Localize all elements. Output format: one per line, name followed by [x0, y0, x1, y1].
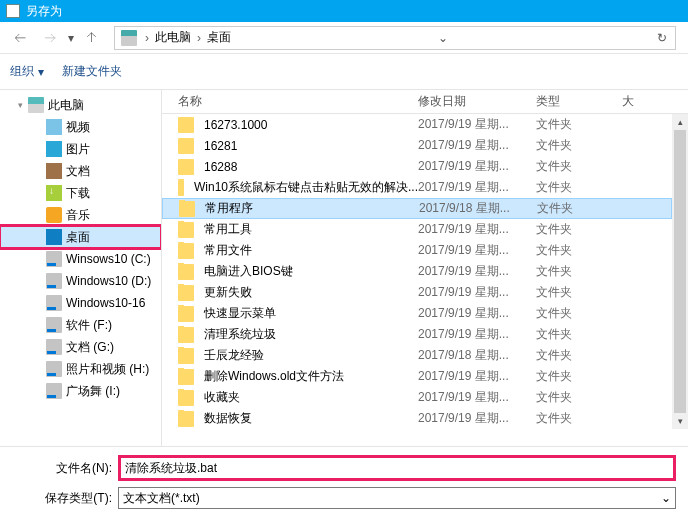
folder-icon [178, 243, 194, 259]
file-type: 文件夹 [536, 158, 616, 175]
sidebar-item-drive-10[interactable]: 软件 (F:) [0, 314, 161, 336]
scroll-down-icon[interactable]: ▾ [672, 413, 688, 429]
file-type: 文件夹 [536, 242, 616, 259]
table-row[interactable]: 常用工具2017/9/19 星期...文件夹 [162, 219, 672, 240]
folder-icon [178, 327, 194, 343]
folder-icon [178, 117, 194, 133]
up-button[interactable]: 🡡 [80, 26, 104, 50]
table-row[interactable]: 更新失败2017/9/19 星期...文件夹 [162, 282, 672, 303]
chevron-right-icon[interactable]: › [143, 31, 151, 45]
file-date: 2017/9/19 星期... [418, 242, 536, 259]
table-row[interactable]: 电脑进入BIOS键2017/9/19 星期...文件夹 [162, 261, 672, 282]
savetype-select[interactable]: 文本文档(*.txt) ⌄ [118, 487, 676, 509]
file-date: 2017/9/19 星期... [418, 305, 536, 322]
drive-icon [46, 383, 62, 399]
breadcrumb-desktop[interactable]: 桌面 [203, 27, 235, 49]
sidebar-item-pic-2[interactable]: 图片 [0, 138, 161, 160]
sidebar-item-doc-3[interactable]: 文档 [0, 160, 161, 182]
folder-icon [178, 222, 194, 238]
table-row[interactable]: 清理系统垃圾2017/9/19 星期...文件夹 [162, 324, 672, 345]
filename-input[interactable] [118, 455, 676, 481]
folder-icon [178, 180, 184, 196]
sidebar-item-video-1[interactable]: 视频 [0, 116, 161, 138]
file-date: 2017/9/19 星期... [418, 116, 536, 133]
header-date[interactable]: 修改日期 [418, 93, 536, 110]
breadcrumb-dropdown[interactable]: ⌄ [432, 31, 454, 45]
header-name[interactable]: 名称 [162, 93, 418, 110]
folder-icon [178, 285, 194, 301]
sidebar-item-label: 音乐 [66, 207, 90, 224]
folder-icon [178, 390, 194, 406]
table-row[interactable]: 数据恢复2017/9/19 星期...文件夹 [162, 408, 672, 429]
file-name: 16288 [204, 160, 237, 174]
title-bar: 另存为 [0, 0, 688, 22]
table-row[interactable]: 16273.10002017/9/19 星期...文件夹 [162, 114, 672, 135]
new-folder-button[interactable]: 新建文件夹 [62, 63, 122, 80]
header-size[interactable]: 大 [616, 93, 688, 110]
sidebar-item-drive-12[interactable]: 照片和视频 (H:) [0, 358, 161, 380]
organize-button[interactable]: 组织 ▾ [10, 63, 44, 80]
file-type: 文件夹 [536, 116, 616, 133]
chevron-right-icon[interactable]: › [195, 31, 203, 45]
column-headers: 名称 修改日期 类型 大 [162, 90, 688, 114]
file-name: 16273.1000 [204, 118, 267, 132]
drive-icon [46, 295, 62, 311]
table-row[interactable]: 162882017/9/19 星期...文件夹 [162, 156, 672, 177]
toolbar: 组织 ▾ 新建文件夹 [0, 54, 688, 90]
sidebar-item-label: 视频 [66, 119, 90, 136]
save-form: 文件名(N): 保存类型(T): 文本文档(*.txt) ⌄ [0, 446, 688, 516]
file-name: 16281 [204, 139, 237, 153]
file-date: 2017/9/19 星期... [418, 410, 536, 427]
refresh-button[interactable]: ↻ [651, 31, 673, 45]
folder-icon [179, 201, 195, 217]
drive-icon [46, 339, 62, 355]
table-row[interactable]: 常用文件2017/9/19 星期...文件夹 [162, 240, 672, 261]
file-name: 常用工具 [204, 221, 252, 238]
sidebar-item-pc-0[interactable]: ▾此电脑 [0, 94, 161, 116]
sidebar-item-label: Winsows10 (C:) [66, 252, 151, 266]
sidebar-item-drive-9[interactable]: Windows10-16 [0, 292, 161, 314]
back-button[interactable]: 🡠 [8, 26, 32, 50]
file-type: 文件夹 [536, 347, 616, 364]
table-row[interactable]: 常用程序2017/9/18 星期...文件夹 [162, 198, 672, 219]
breadcrumb-pc[interactable]: 此电脑 [151, 27, 195, 49]
table-row[interactable]: 收藏夹2017/9/19 星期...文件夹 [162, 387, 672, 408]
video-icon [46, 119, 62, 135]
file-date: 2017/9/18 星期... [419, 200, 537, 217]
savetype-label: 保存类型(T): [0, 490, 118, 507]
file-name: 电脑进入BIOS键 [204, 263, 293, 280]
sidebar-item-label: Windows10-16 [66, 296, 145, 310]
table-row[interactable]: 快速显示菜单2017/9/19 星期...文件夹 [162, 303, 672, 324]
forward-button[interactable]: 🡢 [38, 26, 62, 50]
table-row[interactable]: 删除Windows.old文件方法2017/9/19 星期...文件夹 [162, 366, 672, 387]
dl-icon [46, 185, 62, 201]
sidebar-item-label: Windows10 (D:) [66, 274, 151, 288]
sidebar-item-desktop-6[interactable]: 桌面 [0, 226, 161, 248]
folder-icon [178, 348, 194, 364]
file-date: 2017/9/19 星期... [418, 221, 536, 238]
sidebar-item-drive-11[interactable]: 文档 (G:) [0, 336, 161, 358]
file-date: 2017/9/19 星期... [418, 179, 536, 196]
folder-icon [178, 159, 194, 175]
vertical-scrollbar[interactable]: ▴ ▾ [672, 114, 688, 429]
table-row[interactable]: 壬辰龙经验2017/9/18 星期...文件夹 [162, 345, 672, 366]
sidebar-item-music-5[interactable]: 音乐 [0, 204, 161, 226]
drive-icon [46, 361, 62, 377]
file-date: 2017/9/19 星期... [418, 284, 536, 301]
sidebar-item-drive-8[interactable]: Windows10 (D:) [0, 270, 161, 292]
sidebar-item-drive-7[interactable]: Winsows10 (C:) [0, 248, 161, 270]
history-dropdown[interactable]: ▾ [68, 31, 74, 45]
file-name: 删除Windows.old文件方法 [204, 368, 344, 385]
scroll-thumb[interactable] [674, 130, 686, 413]
sidebar-item-label: 桌面 [66, 229, 90, 246]
address-bar[interactable]: › 此电脑 › 桌面 ⌄ ↻ [114, 26, 676, 50]
sidebar-item-dl-4[interactable]: 下载 [0, 182, 161, 204]
scroll-up-icon[interactable]: ▴ [672, 114, 688, 130]
sidebar-item-drive-13[interactable]: 广场舞 (I:) [0, 380, 161, 402]
pic-icon [46, 141, 62, 157]
header-type[interactable]: 类型 [536, 93, 616, 110]
sidebar-item-label: 下载 [66, 185, 90, 202]
file-date: 2017/9/19 星期... [418, 137, 536, 154]
table-row[interactable]: Win10系统鼠标右键点击粘贴无效的解决...2017/9/19 星期...文件… [162, 177, 672, 198]
table-row[interactable]: 162812017/9/19 星期...文件夹 [162, 135, 672, 156]
